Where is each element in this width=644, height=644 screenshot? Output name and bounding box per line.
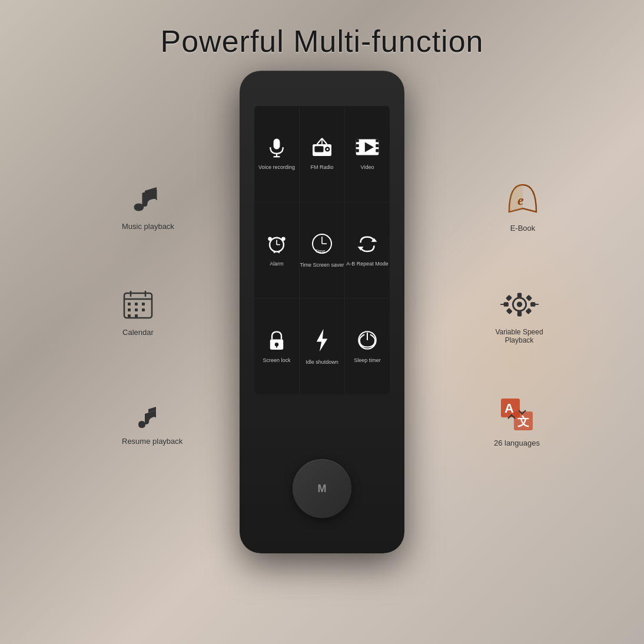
svg-rect-43: [128, 303, 131, 306]
svg-marker-35: [317, 328, 327, 351]
cell-sleep-timer[interactable]: Sleep timer: [345, 298, 390, 394]
cell-idle-shutdown[interactable]: Idle shutdown: [300, 298, 344, 394]
feature-music-playback: Music playback: [122, 182, 174, 231]
feature-variable-speed-label: Variable Speed Playback: [490, 328, 549, 344]
svg-rect-55: [517, 311, 521, 316]
svg-rect-59: [526, 295, 532, 301]
device-wrapper: Voice recording: [198, 71, 446, 553]
svg-rect-48: [142, 308, 145, 311]
svg-text:文: 文: [517, 415, 529, 428]
feature-music-playback-label: Music playback: [122, 222, 174, 231]
svg-point-22: [268, 237, 272, 241]
sleep-timer-icon: [357, 330, 378, 354]
cell-fm-radio-label: FM Radio: [310, 164, 333, 171]
feature-ebook: e E-Book: [506, 182, 540, 233]
music-playback-icon: [132, 182, 164, 217]
svg-text:A: A: [504, 401, 514, 416]
time-icon: Time: [310, 232, 334, 258]
svg-rect-15: [376, 144, 379, 147]
svg-rect-7: [314, 147, 323, 152]
svg-text:e: e: [517, 192, 524, 208]
svg-line-4: [322, 138, 327, 144]
svg-line-3: [317, 138, 322, 144]
screen-grid: Voice recording: [254, 106, 390, 394]
mic-icon: [266, 137, 287, 161]
svg-point-9: [327, 148, 328, 150]
svg-rect-49: [128, 314, 131, 317]
svg-rect-54: [517, 293, 521, 298]
cell-sleep-timer-label: Sleep timer: [354, 357, 381, 364]
bottom-button-label: M: [318, 483, 327, 495]
cell-video[interactable]: Video: [345, 106, 390, 202]
alarm-icon: [266, 233, 287, 257]
lock-icon: [267, 330, 286, 354]
svg-rect-60: [506, 308, 512, 314]
device-body: Voice recording: [240, 71, 404, 553]
languages-icon: A 文: [500, 397, 534, 434]
cell-time-screen-saver-label: Time Screen saver: [300, 262, 344, 268]
feature-resume-playback: Resume playback: [122, 397, 182, 446]
feature-variable-speed: Variable Speed Playback: [490, 288, 549, 344]
cell-ab-repeat-label: A-B Repeat Mode: [346, 261, 389, 267]
cell-time-screen-saver[interactable]: Time Time Screen saver: [300, 203, 344, 298]
svg-rect-50: [135, 314, 138, 317]
bottom-button[interactable]: M: [293, 459, 351, 518]
cell-idle-shutdown-label: Idle shutdown: [306, 359, 338, 366]
cell-screen-lock-label: Screen lock: [263, 357, 290, 364]
cell-video-label: Video: [361, 164, 374, 171]
svg-rect-58: [505, 295, 512, 301]
page-title: Powerful Multi-function: [0, 24, 644, 59]
feature-resume-playback-label: Resume playback: [122, 437, 182, 446]
cell-voice-recording[interactable]: Voice recording: [254, 106, 299, 202]
feature-calendar: Calendar: [122, 288, 154, 337]
video-icon: [355, 137, 380, 161]
svg-rect-13: [356, 150, 359, 152]
cell-screen-lock[interactable]: Screen lock: [254, 298, 299, 394]
svg-rect-44: [135, 303, 138, 306]
svg-rect-14: [376, 140, 379, 142]
svg-point-53: [516, 301, 522, 307]
svg-rect-47: [135, 308, 138, 311]
cell-fm-radio[interactable]: FM Radio: [300, 106, 344, 202]
svg-rect-12: [356, 144, 359, 147]
svg-rect-61: [525, 308, 532, 314]
ebook-icon: e: [506, 182, 540, 219]
svg-point-23: [281, 237, 286, 241]
svg-text:Time: Time: [315, 248, 326, 254]
cell-alarm-label: Alarm: [270, 261, 284, 267]
device-screen: Voice recording: [254, 106, 390, 394]
bolt-icon: [314, 328, 330, 356]
variable-speed-icon: [500, 288, 539, 323]
feature-ebook-label: E-Book: [510, 224, 536, 233]
calendar-icon: [122, 288, 154, 323]
feature-languages: A 文 26 languages: [494, 397, 540, 447]
repeat-icon: [357, 233, 378, 257]
cell-ab-repeat[interactable]: A-B Repeat Mode: [345, 203, 390, 298]
svg-rect-11: [356, 140, 359, 142]
resume-playback-icon: [136, 397, 168, 432]
svg-rect-0: [274, 139, 280, 150]
svg-rect-46: [128, 308, 131, 311]
feature-languages-label: 26 languages: [494, 439, 540, 447]
svg-rect-16: [376, 150, 379, 152]
radio-icon: [310, 137, 334, 161]
cell-alarm[interactable]: Alarm: [254, 203, 299, 298]
feature-calendar-label: Calendar: [122, 328, 154, 337]
svg-rect-45: [142, 303, 145, 306]
cell-voice-recording-label: Voice recording: [258, 164, 295, 171]
